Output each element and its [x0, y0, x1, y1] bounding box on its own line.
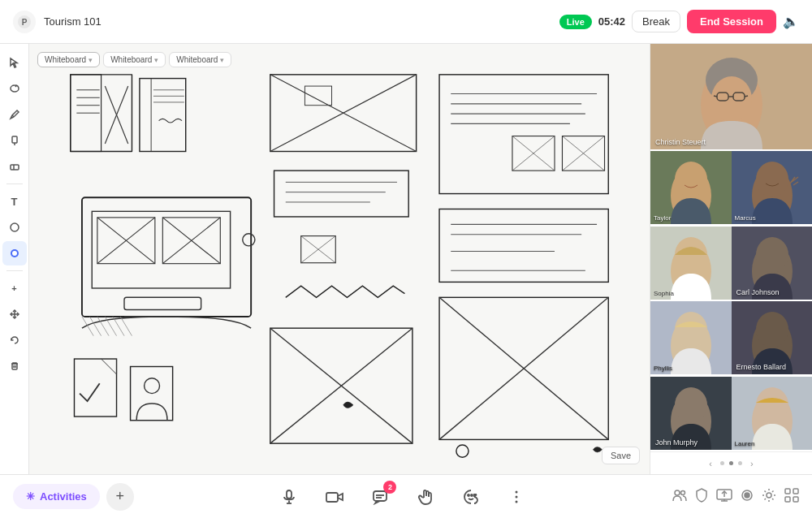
- save-button[interactable]: Save: [602, 447, 640, 464]
- participants-pagination: ‹ ›: [650, 451, 812, 474]
- participant-name-featured: Christin Steuert: [655, 138, 706, 146]
- tool-undo[interactable]: [2, 328, 27, 352]
- participant-name-4: Sophia: [654, 290, 674, 297]
- svg-rect-138: [793, 497, 798, 502]
- svg-point-110: [675, 387, 707, 423]
- header-controls: Live 05:42 Break End Session 🔈: [559, 10, 799, 33]
- svg-point-127: [681, 490, 685, 494]
- whiteboard-canvas[interactable]: [29, 44, 650, 474]
- participant-tile-4[interactable]: Sophia: [650, 227, 732, 300]
- tool-pen[interactable]: [2, 102, 27, 127]
- svg-point-95: [756, 162, 788, 197]
- whiteboard-area[interactable]: Whiteboard ▾ Whiteboard ▾ Whiteboard ▾: [29, 44, 650, 474]
- svg-rect-4: [12, 136, 17, 143]
- record-icon[interactable]: [741, 489, 754, 505]
- svg-rect-16: [47, 44, 631, 474]
- participants-panel: Christin Steuert Taylor: [650, 44, 812, 474]
- tool-lasso[interactable]: [2, 76, 27, 101]
- activities-label: Activities: [40, 490, 87, 503]
- svg-point-134: [767, 493, 771, 498]
- settings-icon[interactable]: [762, 488, 776, 506]
- svg-point-121: [468, 494, 469, 496]
- tool-select[interactable]: [2, 50, 27, 75]
- tool-zoom[interactable]: +: [2, 276, 27, 300]
- grid-icon[interactable]: [784, 488, 799, 506]
- logo: P: [13, 11, 36, 33]
- pagination-next[interactable]: ›: [747, 459, 757, 468]
- svg-rect-135: [785, 489, 790, 494]
- participant-tile-2[interactable]: Taylor: [650, 151, 732, 224]
- pagination-dot-3[interactable]: [738, 461, 742, 465]
- tool-highlighter[interactable]: [2, 128, 27, 153]
- participants-icon[interactable]: [672, 489, 687, 505]
- svg-point-123: [516, 490, 518, 493]
- svg-rect-13: [12, 364, 17, 369]
- svg-point-92: [675, 162, 707, 197]
- bottom-left-tools: ✳ Activities +: [13, 483, 134, 511]
- tool-shapes[interactable]: [2, 215, 27, 240]
- volume-icon[interactable]: 🔈: [783, 14, 799, 29]
- add-button[interactable]: +: [106, 483, 134, 511]
- share-screen-icon[interactable]: [716, 489, 732, 505]
- svg-rect-136: [793, 489, 798, 494]
- svg-text:P: P: [22, 18, 28, 27]
- tool-color[interactable]: [2, 241, 27, 265]
- svg-point-10: [12, 251, 17, 256]
- participant-tile-3[interactable]: Marcus: [732, 151, 813, 224]
- bottom-toolbar: ✳ Activities +: [0, 474, 812, 518]
- participant-tile-7[interactable]: Ernesto Ballard: [732, 301, 813, 374]
- svg-rect-114: [287, 490, 292, 499]
- participant-name-6: Phyllis: [654, 365, 672, 372]
- pagination-dot-2[interactable]: [729, 461, 733, 465]
- reactions-button[interactable]: [456, 482, 486, 512]
- svg-point-133: [745, 493, 749, 498]
- participant-tile-6[interactable]: Phyllis: [650, 301, 732, 374]
- live-badge: Live: [559, 15, 592, 29]
- more-options-button[interactable]: [502, 482, 531, 512]
- end-session-button[interactable]: End Session: [687, 10, 776, 33]
- svg-rect-117: [326, 493, 338, 502]
- bottom-center-tools: 2: [134, 482, 672, 512]
- raise-hand-button[interactable]: [411, 482, 440, 512]
- participant-name-5: Carl Johnson: [736, 288, 780, 296]
- participant-name-7: Ernesto Ballard: [736, 363, 787, 371]
- break-button[interactable]: Break: [632, 11, 680, 32]
- microphone-button[interactable]: [274, 482, 304, 512]
- left-toolbar: T +: [0, 44, 29, 474]
- participant-tile-5[interactable]: Carl Johnson: [732, 227, 813, 300]
- svg-point-113: [756, 387, 788, 423]
- participant-tile-9[interactable]: Lauren: [732, 377, 813, 450]
- chat-badge: 2: [383, 481, 396, 494]
- svg-rect-89: [650, 44, 812, 149]
- security-icon[interactable]: [695, 488, 708, 506]
- activities-icon: ✳: [26, 490, 35, 503]
- tool-pan[interactable]: [2, 302, 27, 326]
- svg-point-101: [756, 237, 788, 273]
- participant-tile-featured[interactable]: Christin Steuert: [650, 44, 812, 149]
- chat-button[interactable]: 2: [365, 482, 395, 512]
- svg-point-104: [675, 312, 707, 347]
- pagination-prev[interactable]: ‹: [706, 459, 715, 468]
- wb-tab-1[interactable]: Whiteboard ▾: [37, 52, 100, 67]
- svg-rect-137: [785, 497, 790, 502]
- participant-name-8: John Murphy: [655, 438, 698, 447]
- tool-eraser[interactable]: [2, 154, 27, 179]
- participant-name-2: Taylor: [654, 214, 671, 222]
- svg-point-126: [675, 490, 680, 495]
- bottom-right-icons: [672, 488, 799, 506]
- svg-point-125: [516, 500, 518, 503]
- tool-text[interactable]: T: [2, 189, 27, 214]
- svg-point-122: [471, 494, 473, 496]
- participant-name-9: Lauren: [735, 440, 755, 447]
- activities-button[interactable]: ✳ Activities: [13, 484, 100, 509]
- participant-name-3: Marcus: [735, 214, 756, 222]
- tool-delete[interactable]: [2, 354, 27, 378]
- participants-grid: Christin Steuert Taylor: [650, 44, 812, 451]
- wb-tab-3[interactable]: Whiteboard ▾: [169, 52, 231, 67]
- camera-button[interactable]: [320, 482, 349, 512]
- svg-point-8: [11, 223, 19, 231]
- divider-1: [6, 183, 23, 184]
- participant-tile-8[interactable]: John Murphy: [650, 377, 732, 450]
- pagination-dot-1[interactable]: [720, 461, 724, 465]
- wb-tab-2[interactable]: Whiteboard ▾: [103, 52, 166, 67]
